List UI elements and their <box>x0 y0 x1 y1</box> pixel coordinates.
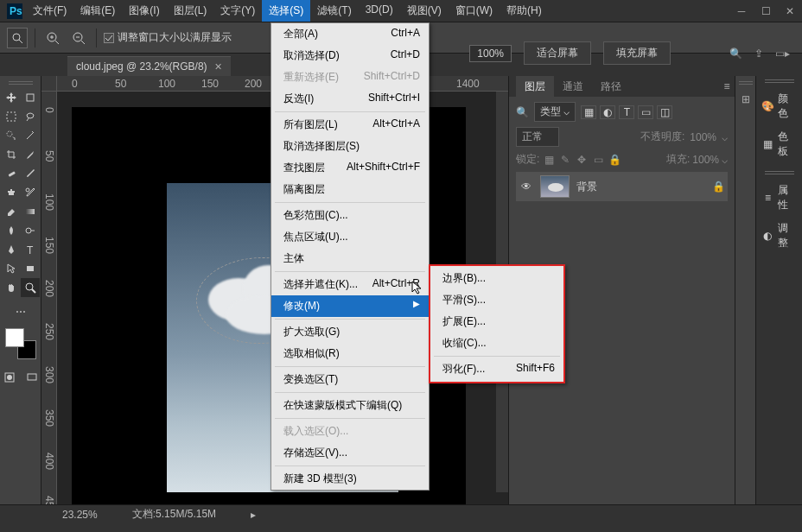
menu-item[interactable]: 全部(A)Ctrl+A <box>271 23 429 45</box>
menu-item[interactable]: 所有图层(L)Alt+Ctrl+A <box>271 114 429 136</box>
strip-grip[interactable] <box>739 81 753 85</box>
document-tab[interactable]: cloud.jpeg @ 23.2%(RGB/8) ✕ <box>67 56 231 76</box>
filter-shape-icon[interactable]: ▭ <box>638 105 653 119</box>
resize-window-checkbox[interactable]: 调整窗口大小以满屏显示 <box>104 30 232 45</box>
filter-adjust-icon[interactable]: ◐ <box>600 105 615 119</box>
filter-smart-icon[interactable]: ◫ <box>657 105 672 119</box>
menu-4[interactable]: 文字(Y) <box>213 0 262 22</box>
share-icon[interactable]: ⇪ <box>754 48 763 60</box>
type-tool-icon[interactable]: T <box>21 240 40 259</box>
zoom-percent[interactable]: 100% <box>469 45 512 62</box>
crop-tool-icon[interactable] <box>2 145 21 164</box>
menu-item[interactable]: 主体 <box>271 248 429 269</box>
menu-item[interactable]: 变换选区(T) <box>271 369 429 390</box>
submenu-item[interactable]: 扩展(E)... <box>430 311 563 332</box>
layer-row[interactable]: 👁 背景 🔒 <box>516 172 728 201</box>
search-icon[interactable]: 🔍 <box>729 48 742 60</box>
menu-item[interactable]: 焦点区域(U)... <box>271 226 429 248</box>
menu-7[interactable]: 3D(D) <box>359 0 400 22</box>
menu-6[interactable]: 滤镜(T) <box>310 0 358 22</box>
lock-paint-icon[interactable]: ✎ <box>558 154 572 166</box>
dock-grip-2[interactable] <box>765 171 794 174</box>
layer-name[interactable]: 背景 <box>576 180 705 194</box>
toolbox-grip[interactable] <box>9 81 33 85</box>
eyedropper-tool-icon[interactable] <box>21 145 40 164</box>
dock-adjustments[interactable]: ◐调整 <box>756 218 802 254</box>
submenu-item[interactable]: 收缩(C)... <box>430 332 563 354</box>
path-select-tool-icon[interactable] <box>2 259 21 278</box>
eraser-tool-icon[interactable] <box>2 202 21 221</box>
magic-wand-tool-icon[interactable] <box>21 126 40 145</box>
menu-item[interactable]: 查找图层Alt+Shift+Ctrl+F <box>271 157 429 179</box>
layer-filter-type[interactable]: 类型 ⌵ <box>534 102 576 122</box>
dock-swatches[interactable]: ▦色板 <box>756 126 802 162</box>
filter-pixel-icon[interactable]: ▦ <box>581 105 596 119</box>
menu-item[interactable]: 隔离图层 <box>271 179 429 200</box>
fill-screen-button[interactable]: 填充屏幕 <box>603 41 671 65</box>
layer-locked-icon[interactable]: 🔒 <box>712 180 724 193</box>
zoom-in-icon[interactable] <box>42 28 63 48</box>
menu-item[interactable]: 反选(I)Shift+Ctrl+I <box>271 88 429 110</box>
fit-screen-button[interactable]: 适合屏幕 <box>524 41 591 65</box>
dodge-tool-icon[interactable] <box>21 221 40 240</box>
filter-type-icon[interactable]: T <box>619 105 634 119</box>
status-arrow-icon[interactable]: ▸ <box>251 509 256 521</box>
menu-item[interactable]: 在快速蒙版模式下编辑(Q) <box>271 395 429 416</box>
artboard-tool-icon[interactable] <box>21 88 40 107</box>
edit-toolbar-icon[interactable]: ⋯ <box>11 302 30 321</box>
status-docinfo[interactable]: 文档:5.15M/5.15M <box>132 507 216 522</box>
pen-tool-icon[interactable] <box>2 240 21 259</box>
marquee-tool-icon[interactable] <box>2 107 21 126</box>
submenu-item[interactable]: 羽化(F)...Shift+F6 <box>430 358 563 380</box>
lasso-tool-icon[interactable] <box>21 107 40 126</box>
panel-menu-icon[interactable]: ≡ <box>719 80 735 92</box>
menu-9[interactable]: 窗口(W) <box>449 0 500 22</box>
lock-all-icon[interactable]: 🔒 <box>608 154 621 166</box>
gradient-tool-icon[interactable] <box>21 202 40 221</box>
close-tab-icon[interactable]: ✕ <box>214 61 222 73</box>
tool-preset-icon[interactable] <box>7 28 28 48</box>
menu-item[interactable]: 选取相似(R) <box>271 343 429 364</box>
dock-properties[interactable]: ≡属性 <box>756 180 802 216</box>
menu-3[interactable]: 图层(L) <box>167 0 214 22</box>
zoom-tool-icon[interactable] <box>21 278 40 297</box>
menu-item[interactable]: 选择并遮住(K)...Alt+Ctrl+R <box>271 274 429 295</box>
blend-mode-select[interactable]: 正常 <box>516 127 559 147</box>
hand-tool-icon[interactable] <box>2 278 21 297</box>
menu-8[interactable]: 视图(V) <box>400 0 449 22</box>
dock-color[interactable]: 🎨颜色 <box>756 88 802 124</box>
lock-trans-icon[interactable]: ▦ <box>542 154 556 166</box>
brush-tool-icon[interactable] <box>21 164 40 183</box>
menu-1[interactable]: 编辑(E) <box>73 0 122 22</box>
color-swatches[interactable] <box>5 328 36 359</box>
opacity-value[interactable]: 100% <box>690 131 716 143</box>
workspace-switcher-icon[interactable]: ▭▸ <box>775 48 790 60</box>
menu-item[interactable]: 存储选区(V)... <box>271 442 429 464</box>
status-zoom[interactable]: 23.25% <box>62 509 98 521</box>
fill-value[interactable]: 100% <box>692 154 719 166</box>
close-button[interactable]: ✕ <box>778 3 802 20</box>
submenu-item[interactable]: 平滑(S)... <box>430 289 563 311</box>
lock-artboard-icon[interactable]: ▭ <box>591 154 605 166</box>
minimize-button[interactable]: ─ <box>729 3 754 20</box>
menu-5[interactable]: 选择(S) <box>262 0 310 22</box>
zoom-out-icon[interactable] <box>68 28 89 48</box>
layer-visibility-icon[interactable]: 👁 <box>519 180 533 193</box>
menu-item[interactable]: 新建 3D 模型(3) <box>271 468 429 490</box>
menu-10[interactable]: 帮助(H) <box>500 0 549 22</box>
clone-stamp-tool-icon[interactable] <box>2 183 21 202</box>
layer-thumbnail[interactable] <box>540 175 570 198</box>
lock-pos-icon[interactable]: ✥ <box>575 154 589 166</box>
history-brush-tool-icon[interactable] <box>21 183 40 202</box>
panel-tab-1[interactable]: 通道 <box>554 76 592 98</box>
screen-mode-icon[interactable] <box>22 368 41 387</box>
maximize-button[interactable]: ☐ <box>754 3 778 20</box>
menu-item[interactable]: 扩大选取(G) <box>271 321 429 343</box>
quick-select-tool-icon[interactable] <box>2 126 21 145</box>
dock-grip[interactable] <box>765 79 794 83</box>
menu-item[interactable]: 色彩范围(C)... <box>271 205 429 226</box>
menu-item[interactable]: 取消选择(D)Ctrl+D <box>271 45 429 66</box>
rectangle-tool-icon[interactable] <box>21 259 40 278</box>
menu-2[interactable]: 图像(I) <box>122 0 166 22</box>
menu-item[interactable]: 取消选择图层(S) <box>271 136 429 157</box>
